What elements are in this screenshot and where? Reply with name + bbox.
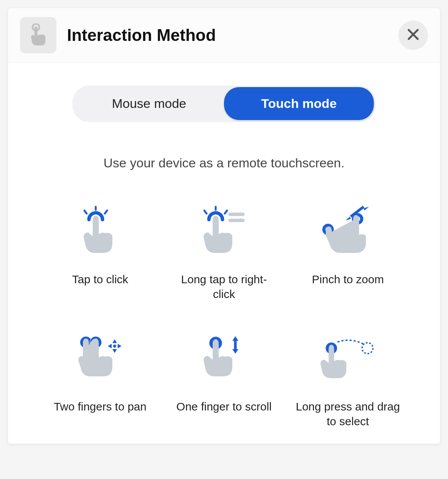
gesture-label: Long tap to right-click [171,272,277,301]
gesture-drag-select: Long press and drag to select [294,332,402,429]
segment-touch-mode[interactable]: Touch mode [224,87,374,120]
gesture-scroll: One finger to scroll [170,332,278,429]
gesture-longtap: Long tap to right-click [170,204,278,301]
gesture-pinch: Pinch to zoom [294,204,402,301]
svg-marker-28 [232,336,238,341]
svg-marker-29 [232,349,238,354]
scroll-icon [190,332,258,389]
mode-segmented-control: Mouse mode Touch mode [73,86,375,122]
longtap-icon [190,204,258,261]
svg-marker-22 [108,344,112,348]
gesture-label: One finger to scroll [176,399,272,414]
interaction-method-modal: Interaction Method Mouse mode Touch mode… [8,8,440,444]
gesture-label: Pinch to zoom [312,272,384,287]
segment-mouse-mode[interactable]: Mouse mode [74,87,224,120]
pinch-icon [314,204,382,261]
pan-icon [66,332,134,389]
svg-line-2 [105,211,107,214]
close-button[interactable] [398,20,428,50]
svg-line-4 [204,211,207,214]
gesture-pan: Two fingers to pan [46,332,154,429]
svg-line-5 [225,211,227,214]
modal-header: Interaction Method [8,8,440,63]
close-icon [407,27,419,44]
svg-point-32 [362,343,373,354]
svg-point-24 [113,345,116,348]
modal-title: Interaction Method [67,26,398,45]
mode-description: Use your device as a remote touchscreen. [46,156,402,170]
header-touch-icon [20,17,56,53]
modal-content: Mouse mode Touch mode Use your device as… [8,63,440,444]
drag-select-icon [314,332,382,389]
svg-marker-15 [345,217,351,220]
gestures-grid: Tap to click Long tap to right-click [46,204,402,429]
svg-marker-14 [364,207,369,211]
svg-marker-20 [112,339,117,343]
gesture-label: Long press and drag to select [295,399,401,429]
gesture-label: Two fingers to pan [54,399,146,414]
gesture-tap: Tap to click [46,204,154,301]
svg-marker-21 [112,349,117,353]
svg-line-1 [84,211,87,214]
gesture-label: Tap to click [72,272,128,287]
tap-icon [66,204,134,261]
svg-marker-23 [118,344,121,348]
